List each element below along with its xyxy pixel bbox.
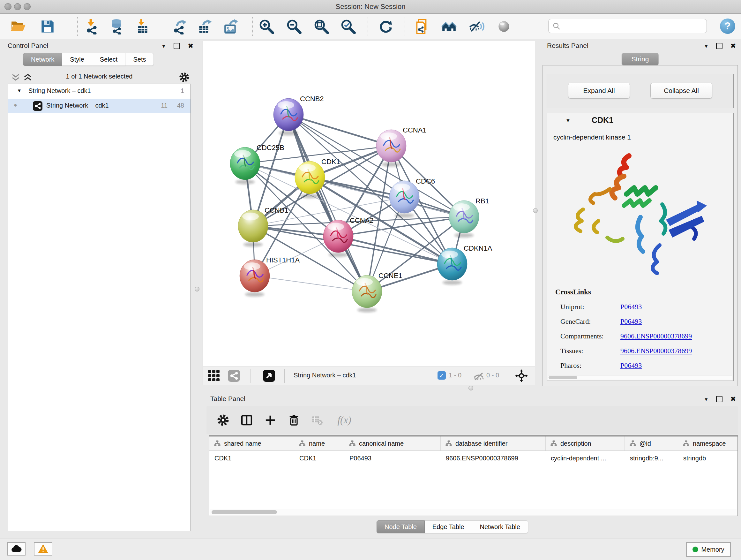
grid-view-button[interactable] (208, 370, 220, 382)
delete-column-button[interactable] (286, 412, 302, 428)
show-columns-button[interactable] (239, 412, 255, 428)
cloud-button[interactable] (7, 542, 25, 556)
network-node-CCNE1[interactable]: CCNE1 (352, 272, 402, 312)
table-cell[interactable]: 9606.ENSP00000378699 (441, 451, 546, 465)
import-table-button[interactable] (134, 18, 151, 35)
delete-table-button[interactable] (309, 412, 326, 428)
zoom-in-button[interactable] (258, 18, 275, 35)
gear-icon[interactable] (179, 72, 190, 83)
panel-close-icon[interactable]: ✖ (730, 42, 736, 50)
table-cell[interactable]: stringdb (678, 451, 738, 465)
crosslink-value-link[interactable]: P06493 (620, 361, 642, 370)
section-collapse-icon[interactable]: ▼ (565, 118, 570, 124)
zoom-selected-button[interactable] (340, 18, 357, 35)
scrollbar-thumb[interactable] (212, 510, 277, 514)
column-header-name[interactable]: name (294, 436, 344, 450)
panel-float-icon[interactable] (174, 43, 180, 49)
column-header-description[interactable]: description (546, 436, 625, 450)
network-node-CDC25B[interactable]: CDC25B (230, 144, 284, 184)
network-node-CCNA1[interactable]: CCNA1 (376, 126, 427, 167)
tab-edge-table[interactable]: Edge Table (425, 520, 472, 533)
zoom-out-button[interactable] (285, 18, 302, 35)
save-session-button[interactable] (39, 18, 56, 35)
hide-graphics-details-button[interactable] (468, 18, 485, 35)
import-network-button[interactable] (84, 18, 101, 35)
crosslink-value-link[interactable]: P06493 (620, 317, 642, 326)
vertical-splitter-handle[interactable] (195, 287, 199, 292)
results-scrollbar[interactable] (548, 375, 732, 380)
open-session-button[interactable] (10, 18, 27, 35)
network-edge[interactable] (288, 115, 391, 146)
horizontal-splitter-handle[interactable] (468, 386, 473, 390)
export-image-button[interactable] (222, 18, 239, 35)
apply-layout-button[interactable] (377, 18, 394, 35)
tab-select[interactable]: Select (92, 53, 126, 66)
network-badge-button[interactable] (228, 370, 240, 382)
crosslink-value-link[interactable]: 9606.ENSP00000378699 (620, 332, 692, 340)
column-header-canonical-name[interactable]: canonical name (344, 436, 441, 450)
panel-collapse-icon[interactable]: ▼ (704, 44, 709, 49)
export-network-button[interactable] (171, 18, 188, 35)
tab-node-table[interactable]: Node Table (377, 520, 425, 533)
export-table-button[interactable] (196, 18, 213, 35)
crosslink-value-link[interactable]: P06493 (620, 303, 642, 311)
table-cell[interactable]: CDK1 (294, 451, 344, 465)
network-node-CCNB1[interactable]: CCNB1 (238, 206, 288, 247)
collapse-all-button[interactable]: Collapse All (650, 83, 712, 99)
move-crosshair-icon[interactable] (515, 369, 528, 382)
column-header-database-identifier[interactable]: database identifier (441, 436, 546, 450)
warnings-button[interactable] (34, 542, 52, 556)
tab-style[interactable]: Style (62, 53, 92, 66)
create-column-button[interactable] (262, 412, 279, 428)
tab-sets[interactable]: Sets (125, 53, 154, 66)
crosslink-value-link[interactable]: 9606.ENSP00000378699 (620, 347, 692, 355)
table-settings-button[interactable] (215, 412, 231, 428)
tab-network[interactable]: Network (23, 53, 62, 66)
tree-expand-icon[interactable]: ▼ (17, 88, 22, 93)
vertical-splitter-handle[interactable] (533, 208, 538, 213)
help-button[interactable]: ? (720, 18, 735, 34)
search-input[interactable] (563, 22, 706, 30)
network-view[interactable]: CCNB2CCNA1CDC25BCDK1CDC6RB1CCNB1CCNA2CDK… (203, 41, 535, 385)
table-row[interactable]: CDK1CDK1P064939606.ENSP00000378699cyclin… (209, 451, 738, 465)
network-collection-row[interactable]: ▼ String Network – cdk1 1 (8, 84, 191, 99)
table-horizontal-scrollbar[interactable] (210, 509, 737, 515)
memory-button[interactable]: Memory (686, 542, 731, 557)
network-from-document-button[interactable] (414, 18, 431, 35)
table-cell[interactable]: P06493 (344, 451, 441, 465)
panel-float-icon[interactable] (716, 396, 723, 402)
panel-close-icon[interactable]: ✖ (188, 42, 193, 50)
panel-float-icon[interactable] (716, 43, 723, 49)
network-graph[interactable]: CCNB2CCNA1CDC25BCDK1CDC6RB1CCNB1CCNA2CDK… (203, 41, 535, 367)
network-edge[interactable] (255, 276, 367, 292)
expand-all-button[interactable]: Expand All (568, 83, 630, 99)
scrollbar-thumb[interactable] (549, 376, 577, 379)
show-graphics-details-button[interactable] (495, 18, 513, 35)
network-node-RB1[interactable]: RB1 (449, 197, 489, 238)
column-header-namespace[interactable]: namespace (678, 436, 738, 450)
table-cell[interactable]: CDK1 (209, 451, 294, 465)
birds-eye-view-button[interactable] (263, 370, 275, 382)
panel-collapse-icon[interactable]: ▼ (704, 396, 709, 402)
table-cell[interactable]: stringdb:9... (625, 451, 678, 465)
node-table[interactable]: shared namenamecanonical namedatabase id… (209, 435, 738, 516)
panel-collapse-icon[interactable]: ▼ (161, 44, 166, 49)
tab-string[interactable]: String (622, 53, 659, 65)
network-node-HIST1H1A[interactable]: HIST1H1A (240, 256, 300, 297)
network-node-CDKN1A[interactable]: CDKN1A (437, 244, 492, 285)
function-builder-button[interactable]: f(x) (332, 412, 357, 428)
zoom-fit-button[interactable] (313, 18, 330, 35)
import-network-from-database-button[interactable] (109, 18, 126, 35)
network-row-selected[interactable]: ● String Network – cdk1 11 48 (8, 99, 191, 113)
tab-network-table[interactable]: Network Table (472, 520, 528, 533)
selected-nodes-checkbox[interactable]: ✓ (437, 371, 446, 380)
panel-close-icon[interactable]: ✖ (730, 395, 736, 403)
home-networks-button[interactable] (441, 18, 458, 35)
column-header-@id[interactable]: @id (625, 436, 678, 450)
column-header-shared-name[interactable]: shared name (209, 436, 294, 450)
node-details-header[interactable]: ▼ CDK1 (547, 113, 733, 129)
hidden-eye-icon[interactable] (473, 371, 484, 381)
network-node-CCNB2[interactable]: CCNB2 (273, 95, 324, 135)
network-node-CCNA2[interactable]: CCNA2 (323, 216, 374, 257)
network-node-CDC6[interactable]: CDC6 (389, 177, 435, 218)
